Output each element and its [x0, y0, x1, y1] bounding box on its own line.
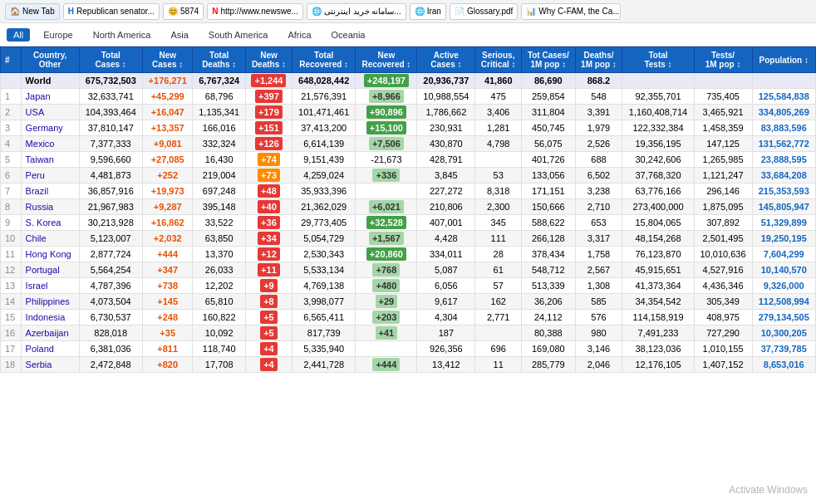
- col-header-new-recovered[interactable]: NewRecovered ↕: [356, 47, 417, 73]
- region-africa-button[interactable]: Africa: [281, 28, 317, 42]
- tab-republican[interactable]: H Republican senator...: [63, 3, 160, 20]
- country-link[interactable]: Peru: [26, 170, 45, 180]
- cell-active-cases: 4,304: [417, 310, 475, 325]
- cell-tests-per-m: 1,407,152: [694, 357, 752, 373]
- cell-country[interactable]: Indonesia: [21, 310, 79, 325]
- col-header-new-cases[interactable]: NewCases ↕: [142, 47, 193, 73]
- tab-cfam[interactable]: 📊 Why C-FAM, the Ca...: [521, 3, 621, 20]
- col-header-tests-per-m[interactable]: Tests/1M pop ↕: [694, 47, 752, 73]
- cell-total-cases: 32,633,741: [79, 89, 142, 105]
- col-header-total-tests[interactable]: TotalTests ↕: [622, 47, 694, 73]
- cell-population: 33,684,208: [752, 168, 816, 183]
- col-header-population[interactable]: Population ↕: [752, 47, 816, 73]
- tab-samaneh[interactable]: 🌐 سامانه خرید اینترنتی...: [307, 3, 406, 20]
- cell-new-cases: +9,287: [142, 199, 193, 215]
- cell-country[interactable]: Israel: [21, 278, 79, 294]
- cell-tests-per-m: 296,146: [694, 183, 752, 199]
- country-link[interactable]: Mexico: [26, 139, 55, 149]
- cell-country[interactable]: Chile: [21, 231, 79, 247]
- col-header-total-cases[interactable]: TotalCases ↕: [79, 47, 142, 73]
- cell-country[interactable]: Japan: [21, 89, 79, 105]
- country-link[interactable]: Chile: [26, 233, 47, 243]
- cell-total-tests: 15,804,065: [622, 215, 694, 231]
- cell-population: 279,134,505: [752, 310, 816, 325]
- tab-newswe[interactable]: N http://www.newswe...: [207, 3, 303, 20]
- cell-deaths-per-m: 2,567: [575, 262, 622, 278]
- tab-icon: 🏠: [10, 7, 20, 16]
- country-link[interactable]: Philippines: [26, 296, 70, 306]
- country-link[interactable]: Brazil: [26, 186, 49, 196]
- cell-new-recovered: +32,528: [356, 215, 417, 231]
- cell-active-cases: 4,428: [417, 231, 475, 247]
- country-link[interactable]: USA: [26, 107, 45, 117]
- cell-country[interactable]: Russia: [21, 199, 79, 215]
- cell-deaths-per-m: 1,758: [575, 247, 622, 262]
- col-header-tot-per-m[interactable]: Tot Cases/1M pop ↕: [522, 47, 575, 73]
- cell-total-tests: 48,154,268: [622, 231, 694, 247]
- cell-country[interactable]: Brazil: [21, 183, 79, 199]
- tab-glossary[interactable]: 📄 Glossary.pdf: [450, 3, 518, 20]
- cell-active-cases: 187: [417, 325, 475, 341]
- cell-country[interactable]: Peru: [21, 168, 79, 183]
- cell-country[interactable]: Mexico: [21, 136, 79, 152]
- covid-data-table: # Country,Other TotalCases ↕ NewCases ↕ …: [0, 46, 816, 373]
- tab-iran[interactable]: 🌐 Iran: [410, 3, 446, 20]
- cell-country[interactable]: Germany: [21, 120, 79, 136]
- cell-population: 23,888,595: [752, 152, 816, 168]
- cell-country[interactable]: Azerbaijan: [21, 325, 79, 341]
- cell-tot-per-m: 24,112: [522, 310, 575, 325]
- country-link[interactable]: Japan: [26, 91, 51, 101]
- cell-tests-per-m: 307,892: [694, 215, 752, 231]
- cell-country[interactable]: USA: [21, 105, 79, 120]
- cell-new-cases: +16,047: [142, 105, 193, 120]
- cell-total-recovered: 29,773,405: [292, 215, 355, 231]
- col-header-active-cases[interactable]: ActiveCases ↕: [417, 47, 475, 73]
- col-header-deaths-per-m[interactable]: Deaths/1M pop ↕: [575, 47, 622, 73]
- region-north-america-button[interactable]: North America: [86, 28, 158, 42]
- cell-country[interactable]: Poland: [21, 341, 79, 357]
- table-row: 8Russia21,967,983+9,287395,148+4021,362,…: [1, 199, 816, 215]
- cell-active-cases: 210,806: [417, 199, 475, 215]
- cell-tests-per-m: 147,125: [694, 136, 752, 152]
- col-header-total-deaths[interactable]: TotalDeaths ↕: [193, 47, 245, 73]
- country-link[interactable]: S. Korea: [26, 218, 61, 228]
- cell-population: 334,805,269: [752, 105, 816, 120]
- cell-total-recovered: 9,151,439: [292, 152, 355, 168]
- cell-country[interactable]: S. Korea: [21, 215, 79, 231]
- cell-tests-per-m: 735,405: [694, 89, 752, 105]
- cell-serious: 3,406: [475, 105, 522, 120]
- cell-country[interactable]: Portugal: [21, 262, 79, 278]
- country-link[interactable]: Russia: [26, 202, 54, 212]
- country-link[interactable]: Azerbaijan: [26, 328, 69, 338]
- region-asia-button[interactable]: Asia: [164, 28, 194, 42]
- country-link[interactable]: Indonesia: [26, 312, 66, 322]
- country-link[interactable]: Hong Kong: [26, 249, 71, 259]
- tab-new-tab[interactable]: 🏠 New Tab: [5, 3, 60, 20]
- tab-5874[interactable]: 😊 5874: [163, 3, 204, 20]
- country-link[interactable]: Israel: [26, 281, 48, 291]
- region-all-button[interactable]: All: [7, 28, 30, 42]
- cell-num: 2: [1, 105, 22, 120]
- cell-total-recovered: 5,335,940: [292, 341, 355, 357]
- cell-country[interactable]: Taiwan: [21, 152, 79, 168]
- col-header-new-deaths[interactable]: NewDeaths ↕: [245, 47, 292, 73]
- country-link[interactable]: Portugal: [26, 265, 60, 275]
- cell-tot-per-m: 513,339: [522, 278, 575, 294]
- world-total-tests: [622, 73, 694, 89]
- cell-serious: [475, 152, 522, 168]
- region-oceania-button[interactable]: Oceania: [325, 28, 372, 42]
- region-south-america-button[interactable]: South America: [202, 28, 275, 42]
- cell-new-recovered: +15,100: [356, 120, 417, 136]
- col-header-serious[interactable]: Serious,Critical ↕: [475, 47, 522, 73]
- region-europe-button[interactable]: Europe: [37, 28, 79, 42]
- col-header-total-recovered[interactable]: TotalRecovered ↕: [292, 47, 355, 73]
- cell-country[interactable]: Hong Kong: [21, 247, 79, 262]
- cell-total-recovered: 21,576,391: [292, 89, 355, 105]
- country-link[interactable]: Germany: [26, 123, 63, 133]
- country-link[interactable]: Serbia: [26, 360, 52, 369]
- cell-num: 1: [1, 89, 22, 105]
- country-link[interactable]: Taiwan: [26, 154, 54, 164]
- country-link[interactable]: Poland: [26, 344, 54, 354]
- cell-country[interactable]: Philippines: [21, 294, 79, 310]
- cell-country[interactable]: Serbia: [21, 357, 79, 373]
